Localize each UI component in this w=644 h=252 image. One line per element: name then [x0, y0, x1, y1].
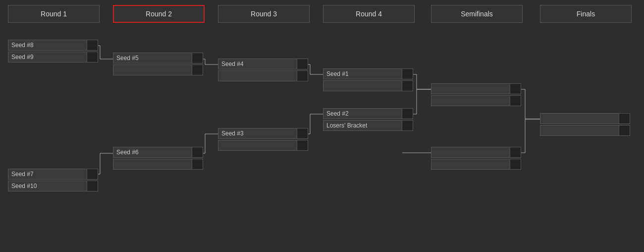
team-row-r3m2-1[interactable] — [218, 140, 308, 151]
team-name-r3m2-0: Seed #3 — [218, 130, 297, 137]
team-score-r2m2-1 — [192, 159, 203, 169]
team-score-r6m1-1 — [619, 126, 630, 135]
team-score-r3m2-0 — [297, 128, 308, 138]
round-label-r6: Finals — [577, 10, 595, 18]
team-name-r3m1-0: Seed #4 — [218, 61, 297, 67]
team-row-r2m2-1[interactable] — [113, 159, 203, 170]
team-row-r3m1-0[interactable]: Seed #4 — [218, 59, 308, 69]
team-score-r2m2-0 — [192, 147, 203, 157]
round-header-r5[interactable]: Semifinals — [431, 5, 523, 23]
match-r1m2: Seed #7Seed #10 — [8, 169, 98, 192]
match-r1m1: Seed #8Seed #9 — [8, 40, 98, 63]
team-row-r1m1-0[interactable]: Seed #8 — [8, 40, 98, 51]
team-name-r2m1-0: Seed #5 — [113, 55, 192, 62]
round-header-r2[interactable]: Round 2 — [113, 5, 205, 23]
team-row-r2m1-1[interactable] — [113, 64, 203, 75]
team-name-r4m1-0: Seed #1 — [323, 70, 402, 77]
team-score-r4m1-1 — [402, 81, 413, 91]
team-score-r2m1-0 — [192, 53, 203, 63]
team-row-r3m2-0[interactable]: Seed #3 — [218, 128, 308, 139]
team-name-r2m2-0: Seed #6 — [113, 149, 192, 156]
team-row-r4m1-1[interactable] — [323, 80, 413, 91]
team-score-r4m1-0 — [402, 69, 413, 79]
team-score-r1m2-0 — [87, 169, 98, 179]
match-r3m2: Seed #3 — [218, 128, 308, 152]
round-label-r4: Round 4 — [356, 10, 382, 18]
team-row-r6m1-1[interactable] — [540, 125, 630, 136]
team-score-r3m1-1 — [297, 71, 308, 81]
team-row-r4m1-0[interactable]: Seed #1 — [323, 68, 413, 79]
team-row-r4m2-1[interactable]: Losers' Bracket — [323, 120, 413, 131]
team-row-r1m2-0[interactable]: Seed #7 — [8, 169, 98, 180]
round-header-r6[interactable]: Finals — [540, 5, 632, 23]
round-header-r3[interactable]: Round 3 — [218, 5, 310, 23]
team-score-r1m1-0 — [87, 40, 98, 50]
team-row-r2m2-0[interactable]: Seed #6 — [113, 147, 203, 158]
match-r5m2 — [431, 147, 521, 171]
team-row-r2m1-0[interactable]: Seed #5 — [113, 53, 203, 63]
team-score-r5m1-0 — [510, 84, 521, 94]
match-r2m2: Seed #6 — [113, 147, 203, 171]
round-label-r2: Round 2 — [146, 10, 172, 18]
match-r2m1: Seed #5 — [113, 53, 203, 76]
team-row-r1m2-1[interactable]: Seed #10 — [8, 181, 98, 191]
team-name-r4m2-1: Losers' Bracket — [323, 122, 402, 129]
match-r4m1: Seed #1 — [323, 68, 413, 92]
team-row-r5m1-1[interactable] — [431, 95, 521, 106]
bracket-container: Round 1Round 2Round 3Round 4SemifinalsFi… — [0, 0, 644, 252]
round-label-r5: Semifinals — [461, 10, 493, 18]
team-row-r4m2-0[interactable]: Seed #2 — [323, 108, 413, 119]
team-score-r2m1-1 — [192, 65, 203, 75]
team-row-r3m1-1[interactable] — [218, 70, 308, 81]
team-score-r5m1-1 — [510, 96, 521, 106]
team-row-r5m2-1[interactable] — [431, 159, 521, 170]
team-name-r1m2-0: Seed #7 — [8, 171, 87, 178]
team-score-r3m2-1 — [297, 140, 308, 150]
match-r3m1: Seed #4 — [218, 59, 308, 82]
team-score-r4m2-1 — [402, 121, 413, 130]
team-score-r4m2-0 — [402, 109, 413, 119]
match-r5m1 — [431, 83, 521, 107]
match-r6m1 — [540, 113, 630, 137]
team-score-r1m2-1 — [87, 181, 98, 191]
team-row-r5m2-0[interactable] — [431, 147, 521, 158]
team-score-r1m1-1 — [87, 52, 98, 62]
round-label-r3: Round 3 — [251, 10, 277, 18]
team-row-r6m1-0[interactable] — [540, 113, 630, 124]
match-r4m2: Seed #2Losers' Bracket — [323, 108, 413, 132]
team-row-r5m1-0[interactable] — [431, 83, 521, 94]
team-score-r3m1-0 — [297, 59, 308, 69]
team-name-r1m2-1: Seed #10 — [8, 183, 87, 189]
team-score-r5m2-0 — [510, 147, 521, 157]
round-header-r1[interactable]: Round 1 — [8, 5, 100, 23]
team-score-r5m2-1 — [510, 159, 521, 169]
round-label-r1: Round 1 — [41, 10, 67, 18]
team-name-r4m2-0: Seed #2 — [323, 110, 402, 117]
team-score-r6m1-0 — [619, 114, 630, 124]
team-name-r1m1-0: Seed #8 — [8, 42, 87, 49]
team-row-r1m1-1[interactable]: Seed #9 — [8, 52, 98, 63]
team-name-r1m1-1: Seed #9 — [8, 54, 87, 61]
round-header-r4[interactable]: Round 4 — [323, 5, 415, 23]
